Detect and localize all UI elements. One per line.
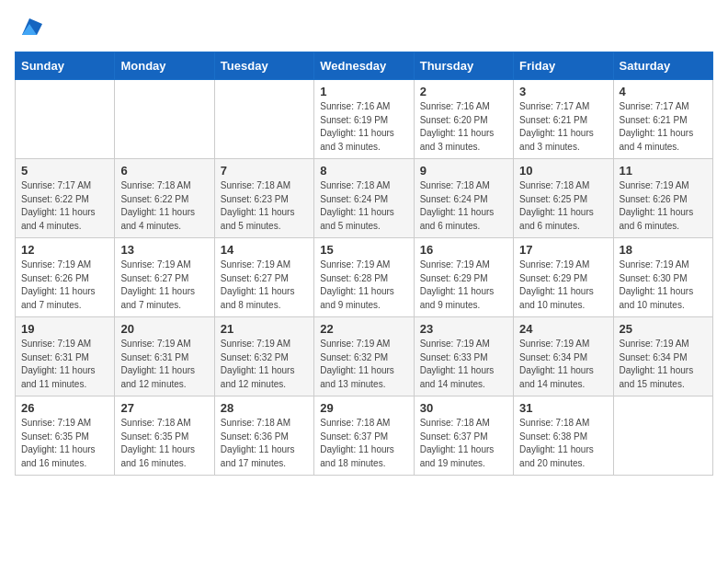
page-header	[15, 15, 713, 40]
day-number: 21	[221, 322, 308, 336]
calendar-cell: 13Sunrise: 7:19 AM Sunset: 6:27 PM Dayli…	[115, 238, 214, 317]
day-number: 15	[320, 243, 407, 257]
calendar-cell	[16, 80, 115, 159]
calendar-cell: 12Sunrise: 7:19 AM Sunset: 6:26 PM Dayli…	[16, 238, 115, 317]
day-info: Sunrise: 7:19 AM Sunset: 6:33 PM Dayligh…	[420, 338, 507, 391]
day-number: 20	[120, 322, 208, 336]
day-info: Sunrise: 7:17 AM Sunset: 6:21 PM Dayligh…	[519, 100, 607, 154]
day-number: 9	[420, 164, 507, 178]
day-info: Sunrise: 7:19 AM Sunset: 6:27 PM Dayligh…	[221, 259, 308, 312]
day-info: Sunrise: 7:19 AM Sunset: 6:26 PM Dayligh…	[21, 259, 108, 312]
day-info: Sunrise: 7:18 AM Sunset: 6:37 PM Dayligh…	[320, 417, 407, 470]
day-info: Sunrise: 7:18 AM Sunset: 6:35 PM Dayligh…	[120, 417, 208, 470]
day-number: 30	[420, 401, 507, 415]
calendar-week-row: 19Sunrise: 7:19 AM Sunset: 6:31 PM Dayli…	[16, 317, 713, 396]
calendar-cell: 7Sunrise: 7:18 AM Sunset: 6:23 PM Daylig…	[214, 159, 313, 238]
calendar-day-header: Thursday	[414, 52, 513, 80]
calendar-day-header: Sunday	[16, 52, 115, 80]
calendar-cell: 28Sunrise: 7:18 AM Sunset: 6:36 PM Dayli…	[214, 396, 313, 476]
calendar-cell: 30Sunrise: 7:18 AM Sunset: 6:37 PM Dayli…	[414, 396, 513, 476]
day-info: Sunrise: 7:18 AM Sunset: 6:22 PM Dayligh…	[120, 179, 208, 233]
day-number: 10	[519, 164, 607, 178]
calendar-cell: 9Sunrise: 7:18 AM Sunset: 6:24 PM Daylig…	[414, 159, 513, 238]
calendar-cell: 8Sunrise: 7:18 AM Sunset: 6:24 PM Daylig…	[314, 159, 414, 238]
day-info: Sunrise: 7:19 AM Sunset: 6:34 PM Dayligh…	[519, 338, 607, 391]
calendar-cell	[115, 80, 214, 159]
day-info: Sunrise: 7:17 AM Sunset: 6:21 PM Dayligh…	[620, 100, 707, 154]
day-info: Sunrise: 7:17 AM Sunset: 6:22 PM Dayligh…	[21, 179, 108, 233]
calendar-cell: 14Sunrise: 7:19 AM Sunset: 6:27 PM Dayli…	[214, 238, 313, 317]
day-info: Sunrise: 7:19 AM Sunset: 6:35 PM Dayligh…	[21, 417, 108, 470]
day-number: 1	[320, 85, 407, 98]
calendar-week-row: 5Sunrise: 7:17 AM Sunset: 6:22 PM Daylig…	[16, 159, 713, 238]
day-info: Sunrise: 7:18 AM Sunset: 6:24 PM Dayligh…	[420, 179, 507, 233]
calendar-cell: 26Sunrise: 7:19 AM Sunset: 6:35 PM Dayli…	[16, 396, 115, 476]
day-info: Sunrise: 7:19 AM Sunset: 6:29 PM Dayligh…	[420, 259, 507, 312]
day-info: Sunrise: 7:19 AM Sunset: 6:32 PM Dayligh…	[221, 338, 308, 391]
day-number: 13	[120, 243, 208, 257]
calendar-cell: 4Sunrise: 7:17 AM Sunset: 6:21 PM Daylig…	[613, 80, 712, 159]
day-number: 8	[320, 164, 407, 178]
calendar-day-header: Monday	[115, 52, 214, 80]
calendar-cell: 2Sunrise: 7:16 AM Sunset: 6:20 PM Daylig…	[414, 80, 513, 159]
day-info: Sunrise: 7:19 AM Sunset: 6:32 PM Dayligh…	[320, 338, 407, 391]
calendar-cell: 21Sunrise: 7:19 AM Sunset: 6:32 PM Dayli…	[214, 317, 313, 396]
day-info: Sunrise: 7:19 AM Sunset: 6:26 PM Dayligh…	[620, 179, 707, 233]
calendar-cell: 1Sunrise: 7:16 AM Sunset: 6:19 PM Daylig…	[314, 80, 414, 159]
logo-icon	[17, 15, 42, 40]
calendar-cell: 6Sunrise: 7:18 AM Sunset: 6:22 PM Daylig…	[115, 159, 214, 238]
day-number: 4	[620, 85, 707, 98]
day-info: Sunrise: 7:18 AM Sunset: 6:37 PM Dayligh…	[420, 417, 507, 470]
day-number: 29	[320, 401, 407, 415]
day-number: 25	[620, 322, 707, 336]
day-number: 22	[320, 322, 407, 336]
day-number: 18	[620, 243, 707, 257]
day-number: 17	[519, 243, 607, 257]
calendar-cell: 23Sunrise: 7:19 AM Sunset: 6:33 PM Dayli…	[414, 317, 513, 396]
day-info: Sunrise: 7:19 AM Sunset: 6:29 PM Dayligh…	[519, 259, 607, 312]
day-info: Sunrise: 7:18 AM Sunset: 6:24 PM Dayligh…	[320, 179, 407, 233]
calendar-cell: 20Sunrise: 7:19 AM Sunset: 6:31 PM Dayli…	[115, 317, 214, 396]
day-number: 19	[21, 322, 108, 336]
day-info: Sunrise: 7:19 AM Sunset: 6:31 PM Dayligh…	[120, 338, 208, 391]
day-number: 23	[420, 322, 507, 336]
day-number: 5	[21, 164, 108, 178]
day-info: Sunrise: 7:19 AM Sunset: 6:30 PM Dayligh…	[620, 259, 707, 312]
calendar-table: SundayMondayTuesdayWednesdayThursdayFrid…	[15, 52, 713, 476]
calendar-day-header: Saturday	[613, 52, 712, 80]
calendar-week-row: 12Sunrise: 7:19 AM Sunset: 6:26 PM Dayli…	[16, 238, 713, 317]
calendar-cell	[214, 80, 313, 159]
calendar-cell: 10Sunrise: 7:18 AM Sunset: 6:25 PM Dayli…	[514, 159, 613, 238]
calendar-cell: 16Sunrise: 7:19 AM Sunset: 6:29 PM Dayli…	[414, 238, 513, 317]
day-info: Sunrise: 7:19 AM Sunset: 6:28 PM Dayligh…	[320, 259, 407, 312]
calendar-header-row: SundayMondayTuesdayWednesdayThursdayFrid…	[16, 52, 713, 80]
day-number: 31	[519, 401, 607, 415]
calendar-day-header: Tuesday	[214, 52, 313, 80]
day-info: Sunrise: 7:16 AM Sunset: 6:20 PM Dayligh…	[420, 100, 507, 154]
day-info: Sunrise: 7:18 AM Sunset: 6:23 PM Dayligh…	[221, 179, 308, 233]
day-number: 6	[120, 164, 208, 178]
day-number: 12	[21, 243, 108, 257]
calendar-cell: 24Sunrise: 7:19 AM Sunset: 6:34 PM Dayli…	[514, 317, 613, 396]
calendar-cell: 25Sunrise: 7:19 AM Sunset: 6:34 PM Dayli…	[613, 317, 712, 396]
calendar-cell: 19Sunrise: 7:19 AM Sunset: 6:31 PM Dayli…	[16, 317, 115, 396]
day-number: 7	[221, 164, 308, 178]
calendar-cell: 15Sunrise: 7:19 AM Sunset: 6:28 PM Dayli…	[314, 238, 414, 317]
day-number: 16	[420, 243, 507, 257]
calendar-cell	[613, 396, 712, 476]
day-info: Sunrise: 7:19 AM Sunset: 6:31 PM Dayligh…	[21, 338, 108, 391]
day-info: Sunrise: 7:19 AM Sunset: 6:27 PM Dayligh…	[120, 259, 208, 312]
calendar-cell: 17Sunrise: 7:19 AM Sunset: 6:29 PM Dayli…	[514, 238, 613, 317]
day-number: 27	[120, 401, 208, 415]
calendar-cell: 27Sunrise: 7:18 AM Sunset: 6:35 PM Dayli…	[115, 396, 214, 476]
day-number: 2	[420, 85, 507, 98]
day-number: 24	[519, 322, 607, 336]
calendar-cell: 5Sunrise: 7:17 AM Sunset: 6:22 PM Daylig…	[16, 159, 115, 238]
day-info: Sunrise: 7:19 AM Sunset: 6:34 PM Dayligh…	[620, 338, 707, 391]
calendar-cell: 29Sunrise: 7:18 AM Sunset: 6:37 PM Dayli…	[314, 396, 414, 476]
day-info: Sunrise: 7:16 AM Sunset: 6:19 PM Dayligh…	[320, 100, 407, 154]
day-info: Sunrise: 7:18 AM Sunset: 6:25 PM Dayligh…	[519, 179, 607, 233]
logo	[15, 15, 42, 40]
calendar-cell: 3Sunrise: 7:17 AM Sunset: 6:21 PM Daylig…	[514, 80, 613, 159]
day-info: Sunrise: 7:18 AM Sunset: 6:36 PM Dayligh…	[221, 417, 308, 470]
